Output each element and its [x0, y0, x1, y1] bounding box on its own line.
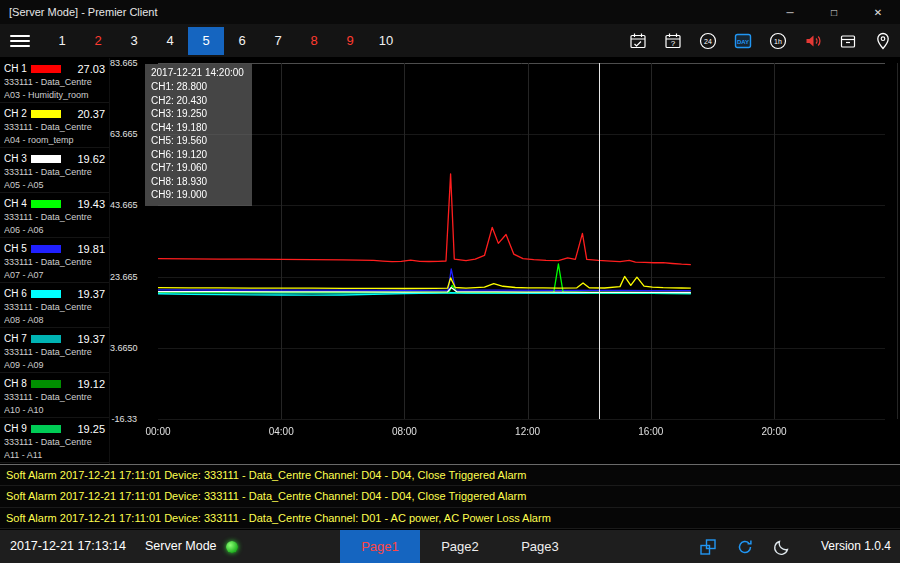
- x-axis-label: 12:00: [515, 426, 540, 437]
- channel-item[interactable]: CH 127.03333111 - Data_CentreA03 - Humid…: [0, 58, 109, 103]
- channel-item[interactable]: CH 519.81333111 - Data_CentreA07 - A07: [0, 238, 109, 283]
- channel-item[interactable]: CH 220.37333111 - Data_CentreA04 - room_…: [0, 103, 109, 148]
- tooltip-row: CH8: 18.930: [151, 175, 244, 189]
- channel-value: 19.25: [66, 423, 105, 435]
- page-button-9[interactable]: 9: [332, 27, 368, 55]
- tab-page2[interactable]: Page2: [420, 530, 500, 563]
- x-axis-label: 16:00: [638, 426, 663, 437]
- alarm-row[interactable]: Soft Alarm 2017-12-21 17:11:01 Device: 3…: [0, 508, 900, 529]
- channel-color-swatch: [31, 335, 61, 343]
- page-button-6[interactable]: 6: [224, 27, 260, 55]
- window-controls: ─ □ ✕: [768, 0, 900, 24]
- toolbar-icon-group: ?24DAY1h: [627, 24, 894, 58]
- channel-name: A07 - A07: [4, 269, 105, 282]
- statusbar: 2017-12-21 17:13:14 Server Mode Page1Pag…: [0, 530, 900, 563]
- day-range-icon[interactable]: DAY: [732, 30, 754, 52]
- tab-page1[interactable]: Page1: [340, 530, 420, 563]
- y-axis-label: 3.6650: [110, 343, 137, 353]
- menu-icon[interactable]: [10, 35, 30, 47]
- moon-icon[interactable]: [772, 537, 792, 557]
- channel-name: A08 - A08: [4, 314, 105, 327]
- channel-id: CH 3: [4, 153, 31, 164]
- channel-value: 19.43: [66, 198, 105, 210]
- app-window: [Server Mode] - Premier Client ─ □ ✕ 123…: [0, 0, 900, 563]
- channel-item[interactable]: CH 919.25333111 - Data_CentreA11 - A11: [0, 418, 109, 463]
- page-button-5[interactable]: 5: [188, 27, 224, 55]
- page-button-4[interactable]: 4: [152, 27, 188, 55]
- sync-icon[interactable]: [735, 537, 755, 557]
- channel-color-swatch: [31, 155, 61, 163]
- channel-color-swatch: [31, 245, 61, 253]
- channel-id: CH 5: [4, 243, 31, 254]
- alarm-row[interactable]: Soft Alarm 2017-12-21 17:11:01 Device: 3…: [0, 486, 900, 507]
- channel-item[interactable]: CH 619.37333111 - Data_CentreA08 - A08: [0, 283, 109, 328]
- channel-item[interactable]: CH 719.37333111 - Data_CentreA09 - A09: [0, 328, 109, 373]
- channel-name: A10 - A10: [4, 404, 105, 417]
- tooltip-values: CH1: 28.800CH2: 20.430CH3: 19.250CH4: 19…: [151, 80, 244, 202]
- tab-page3[interactable]: Page3: [500, 530, 580, 563]
- channel-device: 333111 - Data_Centre: [4, 346, 105, 359]
- maximize-button[interactable]: □: [812, 0, 856, 24]
- channel-device: 333111 - Data_Centre: [4, 211, 105, 224]
- tooltip-row: CH1: 28.800: [151, 80, 244, 94]
- archive-box-icon[interactable]: [837, 30, 859, 52]
- channel-id: CH 9: [4, 423, 31, 434]
- channel-value: 19.62: [66, 153, 105, 165]
- x-axis-label: 04:00: [269, 426, 294, 437]
- page-button-8[interactable]: 8: [296, 27, 332, 55]
- pages-layout-icon[interactable]: [698, 537, 718, 557]
- window-title: [Server Mode] - Premier Client: [0, 6, 768, 18]
- minimize-button[interactable]: ─: [768, 0, 812, 24]
- tooltip-row: CH3: 19.250: [151, 107, 244, 121]
- channel-device: 333111 - Data_Centre: [4, 121, 105, 134]
- svg-text:24: 24: [704, 38, 712, 45]
- hours-24-icon[interactable]: 24: [697, 30, 719, 52]
- channel-color-swatch: [31, 65, 61, 73]
- channel-id: CH 6: [4, 288, 31, 299]
- calendar-edit-icon[interactable]: [627, 30, 649, 52]
- tooltip-row: CH9: 19.000: [151, 188, 244, 202]
- statusbar-icon-group: [698, 530, 792, 563]
- x-axis-label: 20:00: [761, 426, 786, 437]
- calendar-question-icon[interactable]: ?: [662, 30, 684, 52]
- page-button-1[interactable]: 1: [44, 27, 80, 55]
- channel-name: A09 - A09: [4, 359, 105, 372]
- channel-value: 19.12: [66, 378, 105, 390]
- alarm-row[interactable]: Soft Alarm 2017-12-21 17:11:01 Device: 3…: [0, 465, 900, 486]
- channel-color-swatch: [31, 200, 61, 208]
- titlebar: [Server Mode] - Premier Client ─ □ ✕: [0, 0, 900, 24]
- y-axis-label: 83.665: [110, 58, 137, 68]
- channel-device: 333111 - Data_Centre: [4, 391, 105, 404]
- hour-1-icon[interactable]: 1h: [767, 30, 789, 52]
- channel-color-swatch: [31, 290, 61, 298]
- page-tabs: Page1Page2Page3: [340, 530, 580, 563]
- alarm-sound-icon[interactable]: [802, 30, 824, 52]
- channel-device: 333111 - Data_Centre: [4, 76, 105, 89]
- channel-id: CH 8: [4, 378, 31, 389]
- channel-device: 333111 - Data_Centre: [4, 301, 105, 314]
- alarm-list: Soft Alarm 2017-12-21 17:11:01 Device: 3…: [0, 465, 900, 529]
- channel-name: A05 - A05: [4, 179, 105, 192]
- trend-chart[interactable]: [140, 58, 900, 465]
- location-icon[interactable]: [872, 30, 894, 52]
- channel-value: 19.37: [66, 333, 105, 345]
- tooltip-row: CH4: 19.180: [151, 121, 244, 135]
- close-button[interactable]: ✕: [856, 0, 900, 24]
- channel-item[interactable]: CH 319.62333111 - Data_CentreA05 - A05: [0, 148, 109, 193]
- chart-tooltip: 2017-12-21 14:20:00 CH1: 28.800CH2: 20.4…: [145, 64, 252, 206]
- page-button-10[interactable]: 10: [368, 27, 404, 55]
- channel-id: CH 1: [4, 63, 31, 74]
- tooltip-row: CH2: 20.430: [151, 94, 244, 108]
- version-label: Version 1.0.4: [821, 530, 891, 563]
- status-datetime: 2017-12-21 17:13:14: [10, 530, 126, 563]
- svg-text:?: ?: [671, 39, 676, 48]
- page-button-7[interactable]: 7: [260, 27, 296, 55]
- svg-text:DAY: DAY: [737, 39, 749, 45]
- main-area: CH 127.03333111 - Data_CentreA03 - Humid…: [0, 58, 900, 465]
- page-button-2[interactable]: 2: [80, 27, 116, 55]
- channel-item[interactable]: CH 419.43333111 - Data_CentreA06 - A06: [0, 193, 109, 238]
- channel-color-swatch: [31, 425, 61, 433]
- page-button-3[interactable]: 3: [116, 27, 152, 55]
- channel-item[interactable]: CH 819.12333111 - Data_CentreA10 - A10: [0, 373, 109, 418]
- toolbar: 12345678910 ?24DAY1h: [0, 24, 900, 58]
